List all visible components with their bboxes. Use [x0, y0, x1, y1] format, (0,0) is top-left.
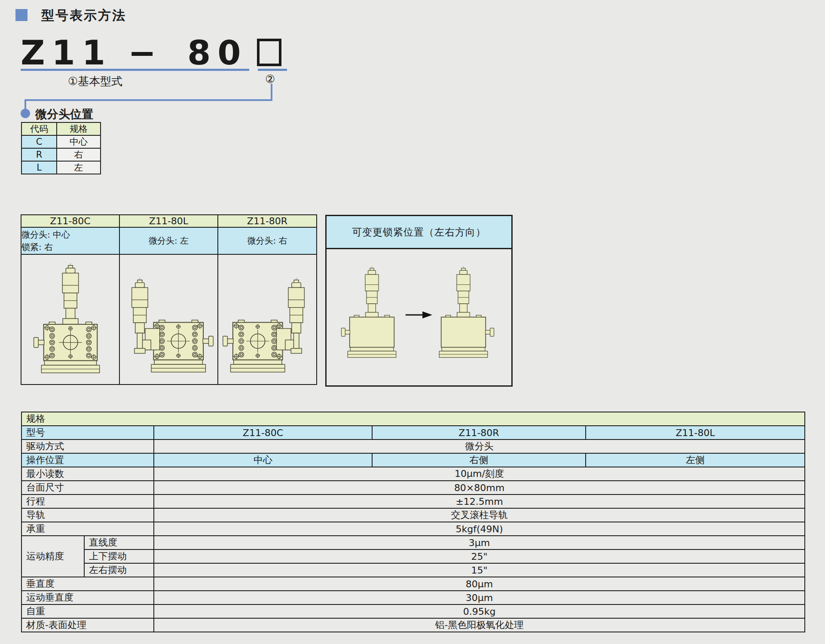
spec-value-cell: 交叉滚柱导轨: [154, 508, 805, 522]
label-basic-type: ①基本型式: [68, 74, 122, 89]
spec-value-cell: 30μm: [154, 591, 805, 604]
spec-row-label: 型号: [21, 426, 154, 440]
connector-bullet: [21, 109, 30, 118]
section-title: 型号表示方法: [41, 7, 126, 24]
table-row: 微分头: 中心 锁紧: 右 微分头: 左 微分头: 右: [21, 227, 317, 254]
spec-sub-label: 左右摆动: [84, 563, 154, 577]
code-cell: L: [21, 161, 57, 174]
column-header-spec: 规格: [57, 122, 101, 135]
spec-row-label: 导轨: [21, 508, 154, 522]
spec-value-cell: 25": [154, 549, 805, 563]
code-cell: C: [21, 135, 57, 148]
table-row: R 右: [21, 148, 101, 161]
spec-row-label: 运动精度: [21, 536, 84, 577]
table-row: 运动垂直度 30μm: [21, 591, 805, 604]
stage-drawing-lock-left: [334, 265, 409, 360]
variant-placeholder-box: [257, 39, 281, 66]
spec-sub-label: 直线度: [84, 536, 154, 549]
table-row: 垂直度 80μm: [21, 577, 805, 591]
variant-desc-line: 微分头: 中心: [21, 229, 119, 241]
spec-row-label: 最小读数: [21, 467, 154, 481]
variant-model-header: Z11-80L: [119, 215, 218, 227]
table-row: 型号 Z11-80C Z11-80R Z11-80L: [21, 426, 805, 440]
stage-drawing-z11-80c: [25, 261, 116, 376]
position-code-table: 代码 规格 C 中心 R 右 L 左: [21, 122, 101, 174]
table-row: 最小读数 10μm/刻度: [21, 467, 805, 481]
lock-box-title: 可变更锁紧位置（左右方向）: [327, 216, 511, 249]
variant-description: 微分头: 中心 锁紧: 右: [21, 227, 119, 254]
spec-model-cell: Z11-80C: [154, 426, 372, 440]
position-table-title: 微分头位置: [35, 107, 93, 122]
stage-drawing-z11-80r: [222, 261, 312, 376]
spec-value-cell: 80μm: [154, 577, 805, 591]
spec-row-label: 操作位置: [21, 453, 154, 467]
spec-value-cell: 15": [154, 563, 805, 577]
model-underline-basic: [21, 69, 249, 71]
model-code-separator: −: [128, 36, 156, 70]
spec-row-label: 运动垂直度: [21, 591, 154, 604]
spec-value-cell: 中心: [154, 453, 372, 467]
table-row: 左右摆动 15": [21, 563, 805, 577]
spec-row-label: 承重: [21, 522, 154, 536]
spec-section-title: 规格: [21, 412, 805, 426]
table-row: L 左: [21, 161, 101, 174]
table-row: 自重 0.95kg: [21, 604, 805, 618]
lock-box-body: [327, 249, 511, 385]
spec-value-cell: 10μm/刻度: [154, 467, 805, 481]
table-row: 承重 5kgf(49N): [21, 522, 805, 536]
variant-image-cell: [119, 254, 218, 385]
spec-row-label: 行程: [21, 494, 154, 508]
table-row: C 中心: [21, 135, 101, 148]
spec-model-cell: Z11-80R: [372, 426, 586, 440]
stage-drawing-z11-80l: [124, 261, 214, 376]
label-position-ref: ②: [265, 73, 275, 85]
section-bullet-square: [15, 9, 28, 21]
lock-position-box: 可变更锁紧位置（左右方向）: [325, 215, 513, 387]
connector-line-right: [271, 84, 272, 100]
table-row: 上下摆动 25": [21, 549, 805, 563]
spec-value-cell: 铝-黑色阳极氧化处理: [154, 618, 805, 632]
spec-cell: 中心: [57, 135, 101, 148]
code-cell: R: [21, 148, 57, 161]
variant-description: 微分头: 右: [218, 227, 317, 254]
table-row: 行程 ±12.5mm: [21, 494, 805, 508]
variant-model-header: Z11-80R: [218, 215, 317, 227]
table-row: 操作位置 中心 右侧 左侧: [21, 453, 805, 467]
spec-value-cell: 右侧: [372, 453, 586, 467]
spec-value-cell: 80×80mm: [154, 481, 805, 494]
variant-image-cell: [218, 254, 317, 385]
table-row: Z11-80C Z11-80L Z11-80R: [21, 215, 317, 227]
spec-value-cell: 微分头: [154, 440, 805, 453]
table-row: 代码 规格: [21, 122, 101, 135]
spec-cell: 右: [57, 148, 101, 161]
table-row: [21, 254, 317, 385]
table-row: 驱动方式 微分头: [21, 440, 805, 453]
spec-row-label: 驱动方式: [21, 440, 154, 453]
table-row: 材质-表面处理 铝-黑色阳极氧化处理: [21, 618, 805, 632]
spec-sub-label: 上下摆动: [84, 549, 154, 563]
variant-model-header: Z11-80C: [21, 215, 119, 227]
column-header-code: 代码: [21, 122, 57, 135]
spec-value-cell: ±12.5mm: [154, 494, 805, 508]
connector-line-horizontal: [24, 99, 272, 101]
variant-desc-line: 锁紧: 右: [21, 241, 119, 253]
table-row: 规格: [21, 412, 805, 426]
model-code-size: 80: [187, 36, 248, 70]
spec-value-cell: 0.95kg: [154, 604, 805, 618]
stage-drawing-lock-right: [426, 265, 501, 360]
model-underline-variant: [258, 69, 287, 71]
variant-description: 微分头: 左: [119, 227, 218, 254]
spec-model-cell: Z11-80L: [586, 426, 805, 440]
variant-image-cell: [21, 254, 119, 385]
model-code-prefix: Z11: [21, 36, 112, 70]
spec-cell: 左: [57, 161, 101, 174]
spec-value-cell: 左侧: [586, 453, 805, 467]
spec-row-label: 台面尺寸: [21, 481, 154, 494]
spec-row-label: 垂直度: [21, 577, 154, 591]
spec-value-cell: 3μm: [154, 536, 805, 549]
table-row: 运动精度 直线度 3μm: [21, 536, 805, 549]
spec-row-label: 材质-表面处理: [21, 618, 154, 632]
table-row: 台面尺寸 80×80mm: [21, 481, 805, 494]
spec-row-label: 自重: [21, 604, 154, 618]
specification-table: 规格 型号 Z11-80C Z11-80R Z11-80L 驱动方式 微分头 操…: [21, 412, 805, 632]
